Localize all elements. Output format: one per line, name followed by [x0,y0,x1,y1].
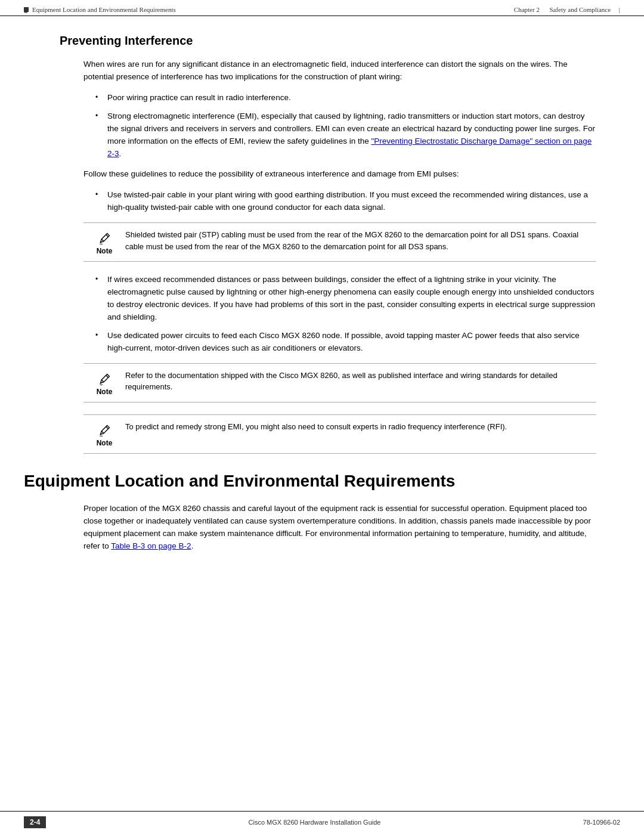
note1-icon [96,230,113,247]
guidelines-list-2: If wires exceed recommended distances or… [95,274,596,355]
follow-para: Follow these guidelines to reduce the po… [83,168,596,181]
footer-page-number: 2-4 [24,816,46,828]
guidelines-list: Use twisted-pair cable in your plant wir… [95,189,596,214]
bullet-item-2: Strong electromagnetic interference (EMI… [95,110,596,160]
section1-bullet-list: Poor wiring practice can result in radio… [95,92,596,160]
guideline-item-1: Use twisted-pair cable in your plant wir… [95,189,596,214]
page-container: ■ Equipment Location and Environmental R… [0,0,644,833]
note1-text: Shielded twisted pair (STP) cabling must… [125,229,596,252]
note2-label: Note [97,388,113,396]
header-square-icon: ■ [24,7,29,12]
footer-doc-title: Cisco MGX 8260 Hardware Installation Gui… [249,819,381,826]
note3-icon [96,422,113,439]
table-b3-link[interactable]: Table B-3 on page B-2 [111,541,191,550]
note1-left: Note [83,229,125,255]
footer-doc-number: 78-10966-02 [583,819,620,826]
note-box-2: Note Refer to the documentation shipped … [83,363,596,402]
bullet-item-1: Poor wiring practice can result in radio… [95,92,596,104]
note3-left: Note [83,421,125,447]
note1-label: Note [97,247,113,255]
header-left: ■ Equipment Location and Environmental R… [24,6,176,13]
header-right: Chapter 2 Safety and Compliance | [514,6,620,13]
note3-label: Note [97,439,113,447]
note-box-3: Note To predict and remedy strong EMI, y… [83,414,596,454]
header-chapter-title: Safety and Compliance [549,6,611,13]
page-header: ■ Equipment Location and Environmental R… [0,0,644,16]
page-footer: 2-4 Cisco MGX 8260 Hardware Installation… [0,811,644,833]
section1-intro: When wires are run for any significant d… [83,58,596,83]
header-breadcrumb: Equipment Location and Environmental Req… [32,6,176,13]
note2-text: Refer to the documentation shipped with … [125,370,596,393]
section2-title: Equipment Location and Environmental Req… [24,472,620,491]
content-area: Preventing Interference When wires are r… [0,34,644,584]
note3-text: To predict and remedy strong EMI, you mi… [125,421,596,433]
header-chapter-label: Chapter 2 [514,6,540,13]
guideline-item-2: If wires exceed recommended distances or… [95,274,596,324]
note-box-1: Note Shielded twisted pair (STP) cabling… [83,222,596,262]
note2-left: Note [83,370,125,396]
section1-title: Preventing Interference [60,34,620,48]
note2-icon [96,371,113,388]
section2-intro: Proper location of the MGX 8260 chassis … [83,503,596,553]
guideline-item-3: Use dedicated power circuits to feed eac… [95,330,596,355]
